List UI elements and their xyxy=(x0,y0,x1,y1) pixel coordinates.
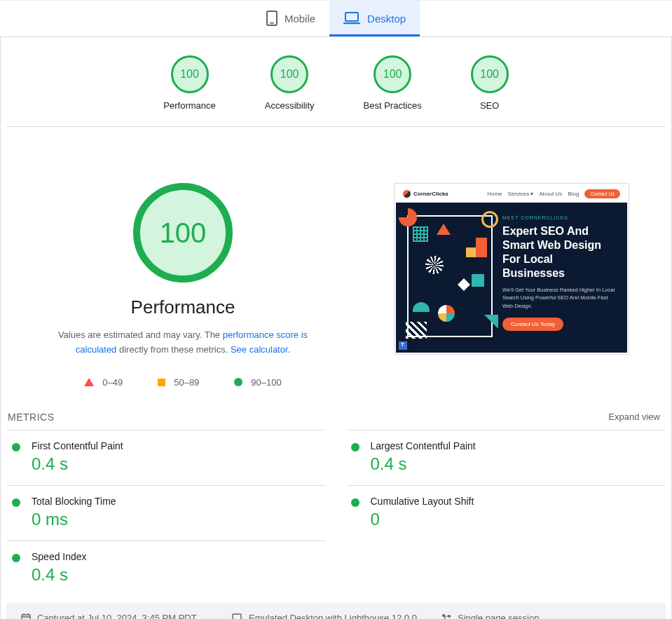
tab-desktop[interactable]: Desktop xyxy=(329,1,420,36)
square-icon xyxy=(158,379,165,386)
thumb-headline: Expert SEO And Smart Web Design For Loca… xyxy=(502,224,616,280)
svg-rect-1 xyxy=(270,22,274,24)
metric-label: Total Blocking Time xyxy=(32,496,116,507)
thumb-subhead: We'll Get Your Business Ranked Higher In… xyxy=(502,286,616,310)
status-dot-icon xyxy=(12,498,20,507)
category-accessibility[interactable]: 100 Accessibility xyxy=(265,55,315,111)
status-dot-icon xyxy=(12,554,20,562)
svg-rect-5 xyxy=(233,614,241,619)
mobile-icon xyxy=(266,11,277,26)
report-footer: Captured at Jul 10, 2024, 3:45 PM PDT Em… xyxy=(6,603,666,619)
legend-mid: 50–89 xyxy=(158,377,199,388)
gauge-best-practices: 100 xyxy=(373,55,411,93)
thumb-hero-graphic xyxy=(407,215,493,337)
score-summary: 100 Performance 100 Accessibility 100 Be… xyxy=(6,37,666,127)
metric-label: First Contentful Paint xyxy=(32,440,123,451)
hero-desc-mid: directly from these metrics. xyxy=(116,344,231,355)
svg-point-7 xyxy=(448,615,451,618)
score-legend: 0–49 50–89 90–100 xyxy=(84,377,281,388)
thumb-logo: CornerClicks xyxy=(403,190,448,198)
footer-captured: Captured at Jul 10, 2024, 3:45 PM PDT xyxy=(20,613,231,619)
label-performance: Performance xyxy=(163,100,215,111)
thumb-cta-button: Contact Us Today xyxy=(502,318,563,331)
tab-mobile[interactable]: Mobile xyxy=(252,1,329,36)
gauge-seo: 100 xyxy=(471,55,509,93)
metric-lcp[interactable]: Largest Contentful Paint 0.4 s xyxy=(347,430,665,485)
metrics-heading: METRICS xyxy=(8,411,55,423)
category-seo[interactable]: 100 SEO xyxy=(471,55,509,111)
thumb-logo-mark-icon xyxy=(403,190,411,198)
footer-emulated[interactable]: Emulated Desktop with Lighthouse 12.0.0 xyxy=(231,613,441,619)
page-screenshot-thumbnail[interactable]: CornerClicks Home Services ▾ About Us Bl… xyxy=(394,183,629,355)
expand-view-toggle[interactable]: Expand view xyxy=(608,411,660,422)
metric-label: Largest Contentful Paint xyxy=(371,440,476,451)
metric-cls[interactable]: Cumulative Layout Shift 0 xyxy=(347,485,665,540)
label-best-practices: Best Practices xyxy=(364,100,422,111)
footer-session[interactable]: Single page session xyxy=(441,613,656,619)
hero-description: Values are estimated and may vary. The p… xyxy=(43,328,323,358)
svg-rect-2 xyxy=(345,13,358,21)
thumb-nav: Home Services ▾ About Us Blog Contact Us xyxy=(487,189,620,198)
gauge-accessibility: 100 xyxy=(270,55,308,93)
tab-desktop-label: Desktop xyxy=(367,13,406,25)
metric-value: 0 xyxy=(371,510,474,529)
hero-title: Performance xyxy=(131,297,235,318)
laptop-icon xyxy=(231,613,243,619)
label-accessibility: Accessibility xyxy=(265,100,315,111)
calendar-icon xyxy=(20,613,32,619)
hero-desc-pre: Values are estimated and may vary. The xyxy=(58,329,223,340)
metric-value: 0 ms xyxy=(32,510,116,529)
metric-value: 0.4 s xyxy=(32,565,87,585)
device-tabs: Mobile Desktop xyxy=(0,1,672,37)
category-best-practices[interactable]: 100 Best Practices xyxy=(364,55,422,111)
legend-high: 90–100 xyxy=(234,377,281,388)
link-see-calculator[interactable]: See calculator. xyxy=(231,344,290,355)
status-dot-icon xyxy=(351,443,359,451)
legend-low: 0–49 xyxy=(84,377,123,388)
metric-label: Cumulative Layout Shift xyxy=(371,496,474,507)
thumb-kicker: MEET CORNERCLICKS xyxy=(502,215,616,220)
tab-mobile-label: Mobile xyxy=(284,13,315,25)
circle-icon xyxy=(234,378,242,386)
metric-si[interactable]: Speed Index 0.4 s xyxy=(8,540,326,596)
thumb-corner-badge-icon xyxy=(399,341,407,350)
status-dot-icon xyxy=(12,443,20,451)
gauge-main-performance: 100 xyxy=(133,183,233,283)
metric-tbt[interactable]: Total Blocking Time 0 ms xyxy=(8,485,326,540)
desktop-icon xyxy=(343,12,360,25)
metric-fcp[interactable]: First Contentful Paint 0.4 s xyxy=(8,430,326,485)
metrics-grid: First Contentful Paint 0.4 s Largest Con… xyxy=(1,430,671,596)
category-performance[interactable]: 100 Performance xyxy=(163,55,215,111)
gauge-performance: 100 xyxy=(171,55,209,93)
label-seo: SEO xyxy=(480,100,499,111)
metric-label: Speed Index xyxy=(32,551,87,562)
nodes-icon xyxy=(441,613,452,619)
status-dot-icon xyxy=(351,498,359,507)
metric-value: 0.4 s xyxy=(32,454,123,474)
triangle-icon xyxy=(84,378,94,386)
metric-value: 0.4 s xyxy=(371,454,476,474)
svg-rect-3 xyxy=(343,22,360,24)
